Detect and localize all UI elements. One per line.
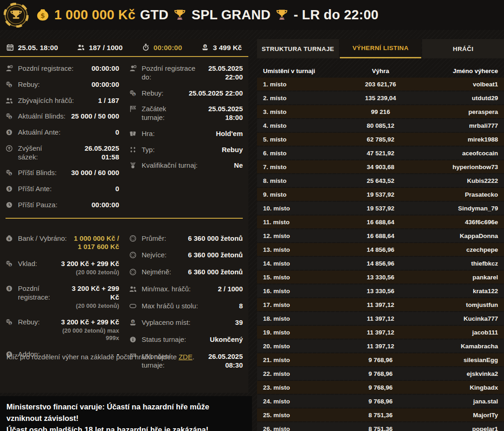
info-row: $Pozdní registrace:3 200 Kč + 299 Kč(20 … (6, 284, 119, 310)
info-row: Nejvíce:6 360 000 žetonů (129, 251, 243, 260)
payout-key-link[interactable]: ZDE (178, 353, 192, 361)
info-row: Začátek turnaje:25.05.2025 18:00 (129, 105, 243, 122)
info-row: Pozdní registrace:00:00:00 (6, 64, 119, 73)
place-cell: 11. místo (257, 219, 341, 226)
info-value: 3 200 Kč + 299 Kč(20 000 žetonů) (61, 260, 119, 276)
info-row: Průměr:6 360 000 žetonů (129, 234, 243, 243)
table-row: 14. místo14 856,96thiefbkcz (257, 257, 504, 270)
win-cell: 13 330,56 (341, 288, 420, 295)
win-cell: 25 643,52 (341, 177, 420, 184)
svg-text:$: $ (40, 12, 45, 19)
results-panel: STRUKTURA TURNAJEVÝHERNÍ LISTINAHRÁČI Um… (257, 39, 504, 431)
gold-divider (6, 218, 243, 219)
info-row: $Vklad:3 200 Kč + 299 Kč(20 000 žetonů) (6, 260, 119, 276)
place-cell: 24. místo (257, 398, 341, 405)
coins-icon: $ (6, 318, 13, 326)
table-row: 3. místo99 216peraspera (257, 105, 504, 118)
info-value: 30 000 / 60 000 (71, 169, 119, 177)
info-label: Začátek turnaje: (142, 105, 191, 122)
info-label: Průměr: (142, 234, 188, 243)
table-row: 4. místo80 085,12mrbali777 (257, 119, 504, 132)
winner-name-cell: thiefbkcz (420, 260, 504, 267)
place-cell: 16. místo (257, 288, 341, 295)
svg-text:$: $ (9, 321, 11, 325)
place-cell: 22. místo (257, 370, 341, 377)
info-value: 0 (115, 128, 119, 137)
info-value: 25.05.2025 22:00 (198, 64, 243, 82)
info-row: $Vyplaceno míst:39 (129, 318, 243, 327)
info-value: 00:00:00 (92, 80, 119, 89)
tab-v-hern-listina[interactable]: VÝHERNÍ LISTINA (340, 39, 422, 58)
win-cell: 47 521,92 (341, 150, 420, 157)
svg-text:$: $ (9, 84, 11, 87)
info-row: Pozdní registrace do:25.05.2025 22:00 (129, 64, 243, 82)
info-value: 8 (239, 302, 243, 311)
place-cell: 2. místo (257, 95, 341, 102)
info-value: Ne (234, 161, 243, 170)
warning-line-2: Účast osob mladších 18 let na hazardní h… (6, 424, 246, 431)
info-row: Kvalifikační turnaj:Ne (129, 161, 243, 170)
tab-hr-i[interactable]: HRÁČI (422, 39, 504, 58)
winner-name-cell: 436f6c696e (420, 219, 504, 226)
coins-icon: $ (6, 81, 13, 89)
table-row: 8. místo25 643,52Kubis2222 (257, 174, 504, 187)
info-label: Zbývajících hráčů: (18, 96, 98, 105)
info-label: Pozdní registrace: (18, 284, 69, 302)
info-value: 25 000 / 50 000 (71, 112, 119, 121)
win-cell: 13 330,56 (341, 274, 420, 281)
people-icon (6, 97, 13, 105)
info-value: 39 (235, 318, 243, 327)
info-label: Hra: (142, 130, 216, 138)
winners-table[interactable]: Umístění v turnajiVýhraJméno výherce 1. … (257, 64, 504, 431)
place-cell: 15. místo (257, 274, 341, 281)
svg-text:$: $ (8, 287, 11, 291)
info-row: $Rebuy:00:00:00 (6, 80, 119, 89)
win-cell: 11 397,12 (341, 329, 420, 336)
info-value: Rebuy (222, 146, 243, 154)
win-cell: 34 903,68 (341, 164, 420, 170)
info-subvalue: (20 000 žetonů) max 999x (51, 327, 119, 342)
payout-icon: $ (201, 44, 209, 51)
players-count-value: 187 / 1000 (89, 44, 122, 52)
svg-text:$: $ (8, 130, 11, 135)
cards-icon (129, 130, 137, 138)
four-suits-icon (129, 146, 137, 154)
winner-name-cell: peraspera (420, 108, 504, 115)
winner-name-cell: tomjustfun (420, 301, 504, 308)
info-label: Příští Blinds: (18, 169, 71, 177)
win-cell: 19 537,92 (341, 205, 420, 212)
trophy-icon (173, 8, 187, 22)
medal-icon (129, 162, 137, 170)
svg-text:$: $ (9, 116, 11, 119)
place-cell: 7. místo (257, 164, 341, 170)
info-row: $Aktuální Blinds:25 000 / 50 000 (6, 112, 119, 121)
person-clock-icon (129, 65, 137, 73)
win-cell: 80 085,12 (341, 122, 420, 129)
money-bag-icon: $ (6, 235, 13, 243)
info-label: Pozdní registrace do: (142, 64, 198, 82)
info-label: Nejméně: (142, 268, 188, 277)
info-label: Status turnaje: (142, 335, 210, 344)
dollar-circle-icon: $ (6, 285, 13, 293)
info-row: Max hráčů u stolu:8 (129, 302, 243, 311)
tab-struktura-turnaje[interactable]: STRUKTURA TURNAJE (257, 39, 339, 58)
coins-icon: $ (6, 113, 13, 120)
title-name: SPL GRAND (191, 7, 270, 23)
place-cell: 9. místo (257, 191, 341, 198)
poker-chip-icon (129, 235, 137, 243)
info-value: 25.05.2025 22:00 (189, 89, 243, 98)
place-cell: 5. místo (257, 136, 341, 143)
winner-name-cell: jacob111 (420, 329, 504, 336)
info-row: Zvýšení sázek:26.05.2025 01:58 (6, 144, 119, 162)
winner-name-cell: KappaDonna (420, 233, 504, 239)
place-cell: 8. místo (257, 177, 341, 184)
info-label: Rebuy: (18, 318, 51, 327)
info-value: 2 / 1000 (218, 285, 243, 294)
people-icon (77, 44, 85, 51)
poker-table-icon (129, 302, 137, 310)
info-label: Příští Pauza: (18, 201, 92, 210)
win-cell: 135 239,04 (341, 95, 420, 102)
place-cell: 4. místo (257, 122, 341, 129)
place-cell: 14. místo (257, 260, 341, 267)
info-row: Hra:Hold'em (129, 130, 243, 138)
